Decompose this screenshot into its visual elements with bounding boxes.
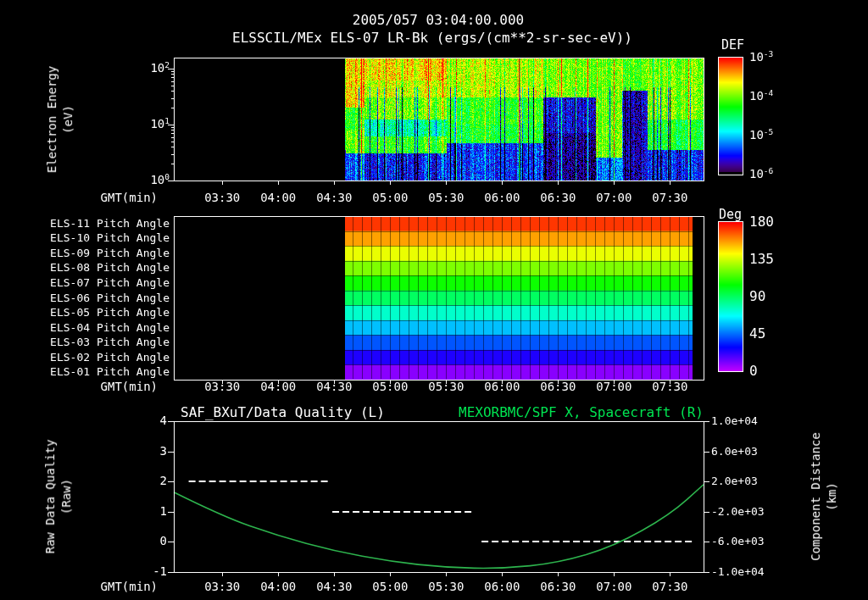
def-tick-10^-4: 10-4 [749, 90, 773, 103]
spectrogram-title: ELSSCIL/MEx ELS-07 LR-Bk (ergs/(cm**2-sr… [232, 31, 632, 46]
x-tick-label-2-04:00: 04:00 [260, 381, 296, 393]
x-tick-label-2-06:00: 06:00 [484, 381, 520, 393]
x-tick-label-2-03:30: 03:30 [204, 381, 240, 393]
distance-tick-1.0e+04: 1.0e+04 [711, 415, 758, 427]
x-tick-label-2-07:00: 07:00 [596, 381, 632, 393]
distance-y-axis-label-line2: (km) [824, 432, 840, 561]
quality-tick-1: 1 [160, 505, 167, 518]
plot-page: 2005/057 03:04:00.000 ELSSCIL/MEx ELS-07… [0, 0, 868, 600]
distance-tick--1.0e+04: -1.0e+04 [711, 566, 765, 578]
x-tick-label-2-04:30: 04:30 [316, 381, 352, 393]
x-tick-label-2-05:00: 05:00 [372, 381, 408, 393]
x-tick-label-2-06:30: 06:30 [540, 381, 576, 393]
pitch-row-label-3: ELS-03 Pitch Angle [50, 336, 170, 348]
x-tick-label-1-03:30: 03:30 [204, 192, 240, 204]
pitch-row-label-9: ELS-09 Pitch Angle [50, 247, 170, 259]
quality-y-axis-label-line1: Raw Data Quality [42, 440, 58, 554]
quality-y-axis-label-line2: (Raw) [58, 440, 75, 554]
x-tick-label-3-03:30: 03:30 [204, 581, 240, 593]
spectrogram-y-axis-label-line1: Electron Energy [44, 66, 60, 173]
deg-tick-135: 135 [749, 252, 774, 267]
gmt-axis-label-1: GMT(min) [101, 192, 158, 204]
x-tick-label-3-04:00: 04:00 [260, 581, 296, 593]
def-tick-10^-5: 10-5 [749, 129, 773, 142]
x-tick-label-1-06:30: 06:30 [540, 192, 576, 204]
distance-tick-2.0e+03: 2.0e+03 [711, 475, 758, 487]
gmt-axis-label-3: GMT(min) [101, 581, 158, 593]
x-tick-label-3-05:30: 05:30 [428, 581, 464, 593]
deg-colorbar-title: Deg [719, 208, 742, 222]
quality-tick-0: 0 [160, 536, 167, 548]
quality-tick-2: 2 [160, 475, 167, 487]
quality-panel-title: SAF_BXuT/Data Quality (L) [181, 405, 385, 420]
deg-tick-0: 0 [749, 364, 758, 379]
energy-tick-10^0: 100 [150, 174, 170, 186]
deg-tick-90: 90 [749, 289, 765, 304]
pitch-row-label-8: ELS-08 Pitch Angle [50, 262, 170, 274]
deg-tick-180: 180 [749, 214, 774, 230]
quality-tick-3: 3 [160, 445, 167, 458]
def-tick-10^-3: 10-3 [749, 51, 773, 64]
x-tick-label-1-07:30: 07:30 [652, 192, 687, 204]
pitch-row-label-7: ELS-07 Pitch Angle [50, 277, 170, 289]
pitch-row-label-1: ELS-01 Pitch Angle [50, 366, 170, 378]
pitch-row-label-4: ELS-04 Pitch Angle [50, 321, 170, 333]
spacecraft-panel-title: MEXORBMC/SPF X, Spacecraft (R) [459, 405, 704, 420]
quality-y-axis-label: Raw Data Quality (Raw) [42, 440, 75, 554]
spectrogram-y-axis-label: Electron Energy (eV) [44, 66, 76, 173]
pitch-row-label-5: ELS-05 Pitch Angle [50, 307, 170, 319]
distance-y-axis-label: Component Distance (km) [808, 432, 840, 561]
pitch-row-label-10: ELS-10 Pitch Angle [50, 232, 170, 244]
page-title: 2005/057 03:04:00.000 [353, 13, 524, 28]
energy-tick-10^2: 102 [150, 62, 170, 75]
def-tick-10^-6: 10-6 [749, 168, 773, 181]
pitch-row-label-2: ELS-02 Pitch Angle [50, 352, 170, 364]
x-tick-label-3-05:00: 05:00 [372, 581, 408, 593]
energy-tick-10^1: 101 [150, 118, 170, 131]
x-tick-label-1-05:00: 05:00 [372, 192, 408, 204]
def-colorbar-title: DEF [721, 38, 744, 53]
distance-tick--6.0e+03: -6.0e+03 [711, 536, 765, 547]
x-tick-label-3-04:30: 04:30 [316, 581, 352, 593]
pitch-row-label-6: ELS-06 Pitch Angle [50, 292, 170, 303]
x-tick-label-1-05:30: 05:30 [428, 192, 464, 204]
quality-tick--1: -1 [153, 565, 167, 578]
x-tick-label-3-06:30: 06:30 [540, 581, 576, 593]
distance-tick-6.0e+03: 6.0e+03 [711, 445, 758, 457]
x-tick-label-3-06:00: 06:00 [484, 581, 520, 593]
x-tick-label-3-07:30: 07:30 [652, 581, 687, 593]
pitch-row-label-11: ELS-11 Pitch Angle [50, 218, 170, 230]
distance-y-axis-label-line1: Component Distance [808, 432, 824, 561]
x-tick-label-1-07:00: 07:00 [596, 192, 632, 204]
x-tick-label-2-05:30: 05:30 [428, 381, 464, 393]
x-tick-label-1-06:00: 06:00 [484, 192, 520, 204]
x-tick-label-1-04:30: 04:30 [316, 192, 352, 204]
quality-tick-4: 4 [160, 414, 167, 427]
deg-tick-45: 45 [749, 326, 765, 342]
x-tick-label-2-07:30: 07:30 [652, 381, 687, 393]
spectrogram-y-axis-label-line2: (eV) [60, 66, 76, 173]
gmt-axis-label-2: GMT(min) [101, 381, 158, 393]
distance-tick--2.0e+03: -2.0e+03 [711, 506, 765, 518]
x-tick-label-3-07:00: 07:00 [596, 581, 632, 593]
x-tick-label-1-04:00: 04:00 [260, 192, 296, 204]
